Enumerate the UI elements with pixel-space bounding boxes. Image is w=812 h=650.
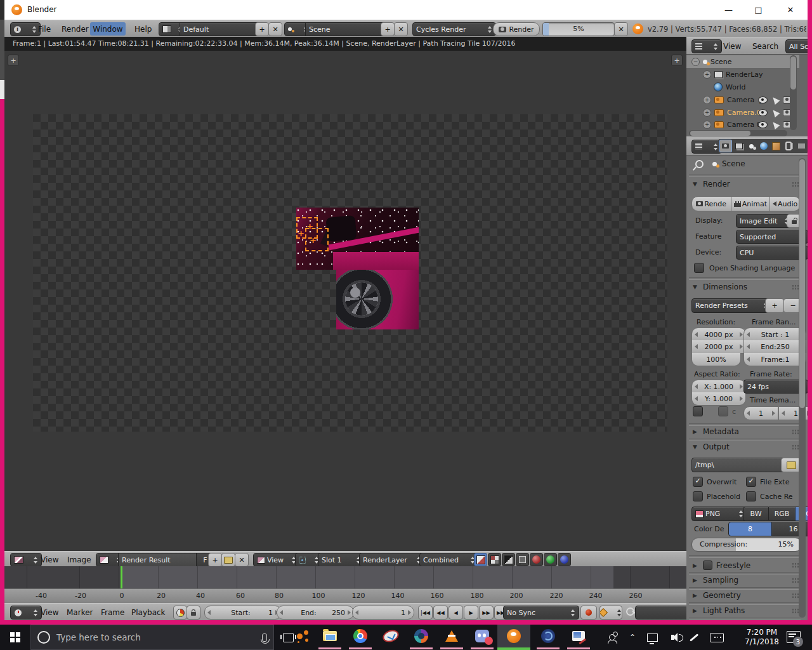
compression-slider[interactable]: Compression: 15% [691, 538, 802, 552]
frame-end-prop-field[interactable]: End:250 [743, 340, 807, 354]
crop-checkbox[interactable] [718, 406, 728, 416]
render-animation-button[interactable]: Animat [731, 196, 771, 211]
panel-header-metadata[interactable]: ▶Metadata [693, 427, 801, 436]
placeholders-checkbox[interactable] [693, 491, 703, 501]
expand-region-button-right[interactable]: + [671, 55, 683, 66]
expand-region-button-left[interactable]: + [8, 55, 19, 66]
pin-icon[interactable] [695, 160, 704, 168]
image-editor-viewport[interactable]: + + [4, 51, 686, 551]
device-select[interactable]: CPU [736, 246, 808, 260]
image-view-mode-select[interactable]: View [253, 553, 300, 567]
feature-set-select[interactable]: Supported [736, 230, 808, 244]
volume-tray-icon[interactable] [662, 625, 683, 650]
overwrite-checkbox[interactable]: ✓ [693, 477, 703, 487]
timeline-menu-playback[interactable]: Playback [131, 608, 166, 617]
tab-constraints[interactable] [783, 140, 795, 152]
properties-vscrollbar[interactable] [799, 158, 806, 618]
channel-z-button[interactable] [502, 553, 515, 566]
editor-type-button-timeline[interactable] [10, 606, 42, 620]
output-path-field[interactable]: /tmp\ [691, 458, 788, 472]
tab-render[interactable] [719, 140, 732, 152]
visibility-eye-icon[interactable] [758, 109, 768, 116]
taskbar-app-file-explorer[interactable] [315, 625, 345, 647]
timeline-track[interactable] [4, 566, 686, 588]
touch-keyboard-tray-icon[interactable] [705, 625, 728, 650]
frame-rate-select[interactable]: 24 fps [743, 380, 808, 394]
render-presets-select[interactable]: Render Presets [691, 298, 772, 313]
action-center-icon[interactable]: 3 [787, 631, 801, 643]
taskbar-search-box[interactable]: Type here to search [30, 625, 274, 650]
add-scene-button[interactable]: + [381, 22, 395, 36]
tab-object-data[interactable] [796, 140, 807, 152]
frame-start-prop-field[interactable]: Start : 1 [743, 328, 807, 342]
play-button[interactable]: ▶ [464, 606, 478, 620]
outliner-hscrollbar[interactable] [689, 130, 787, 136]
title-bar[interactable]: Blender — □ ✕ [4, 0, 808, 20]
tab-scene[interactable] [745, 140, 757, 152]
cache-result-checkbox[interactable] [746, 491, 756, 501]
expand-icon[interactable]: + [703, 70, 711, 79]
panel-header-render[interactable]: ▼Render [693, 180, 801, 189]
resolution-y-field[interactable]: 2000 px [691, 340, 746, 354]
image-name-field[interactable]: Render Result [118, 553, 203, 567]
menu-render[interactable]: Render [62, 25, 89, 34]
current-frame-field[interactable]: 1 [352, 606, 414, 620]
file-format-select[interactable]: PNG [691, 507, 747, 521]
taskbar-clock[interactable]: 7:20 PM 7/1/2018 [740, 628, 784, 647]
taskbar-app-chrome[interactable] [345, 625, 376, 647]
remap-old-field[interactable]: 1 [743, 406, 778, 420]
resolution-x-field[interactable]: 4000 px [691, 328, 746, 342]
microphone-icon[interactable] [262, 633, 267, 642]
timeline-menu-view[interactable]: View [41, 608, 58, 617]
tab-object[interactable] [771, 140, 782, 152]
add-preset-button[interactable]: + [765, 298, 784, 313]
editor-type-button-properties[interactable] [691, 140, 722, 154]
delete-screen-layout-button[interactable]: ✕ [268, 22, 282, 36]
play-reverse-button[interactable]: ◀ [449, 606, 463, 620]
tray-expand-chevron[interactable]: ⌃ [623, 625, 642, 650]
taskbar-app-snipping-tool[interactable] [376, 625, 406, 647]
channel-copy-button[interactable] [516, 553, 529, 566]
file-extensions-checkbox[interactable]: ✓ [746, 477, 756, 487]
render-pass-select[interactable]: Combined [419, 553, 479, 567]
visibility-eye-icon[interactable] [758, 121, 768, 128]
outliner-menu-view[interactable]: View [723, 42, 741, 51]
editor-type-button-info[interactable]: i [10, 22, 41, 36]
screen-layout-name[interactable]: Default [180, 22, 262, 36]
slot-select[interactable]: Slot 1 [318, 553, 365, 567]
outliner-hscroll-thumb[interactable] [690, 131, 750, 136]
freestyle-checkbox[interactable] [703, 560, 712, 570]
maximize-button[interactable]: □ [743, 0, 773, 19]
render-button[interactable]: Render [493, 22, 540, 36]
outliner-vscrollbar[interactable] [790, 55, 797, 130]
render-layer-select[interactable]: RenderLayer [359, 553, 425, 567]
image-menu-image[interactable]: Image [67, 555, 91, 564]
scene-name[interactable]: Scene [305, 22, 388, 36]
timeline-playhead[interactable] [121, 566, 122, 588]
people-tray-icon[interactable] [601, 625, 623, 650]
minimize-button[interactable]: — [714, 0, 743, 19]
lock-frame-button[interactable] [187, 606, 200, 620]
network-tray-icon[interactable] [642, 625, 662, 650]
channel-green-button[interactable] [544, 553, 557, 566]
sync-mode-select[interactable]: No Sync [503, 606, 579, 620]
cancel-render-button[interactable]: ✕ [614, 22, 628, 36]
start-button[interactable] [0, 625, 30, 650]
add-screen-layout-button[interactable]: + [255, 22, 269, 36]
selectable-cursor-icon[interactable] [771, 120, 780, 129]
prev-keyframe-button[interactable]: ◀◀ [433, 606, 448, 620]
tab-render-layers[interactable] [733, 140, 745, 152]
visibility-eye-icon[interactable] [758, 96, 768, 103]
channel-red-button[interactable] [530, 553, 543, 566]
osl-checkbox[interactable] [694, 263, 704, 273]
bw-button[interactable]: BW [743, 507, 769, 521]
expand-icon[interactable]: + [703, 121, 711, 129]
expand-icon[interactable]: + [703, 96, 711, 104]
render-audio-button[interactable]: Audio [770, 196, 801, 211]
frame-current-prop-field[interactable]: Frame:1 [743, 353, 807, 366]
keying-set-select[interactable] [599, 606, 622, 620]
new-image-button[interactable]: + [208, 553, 222, 567]
unlink-image-button[interactable]: ✕ [235, 553, 249, 567]
taskbar-app-blender-active[interactable] [497, 625, 530, 647]
editor-type-button-image[interactable] [10, 553, 42, 567]
